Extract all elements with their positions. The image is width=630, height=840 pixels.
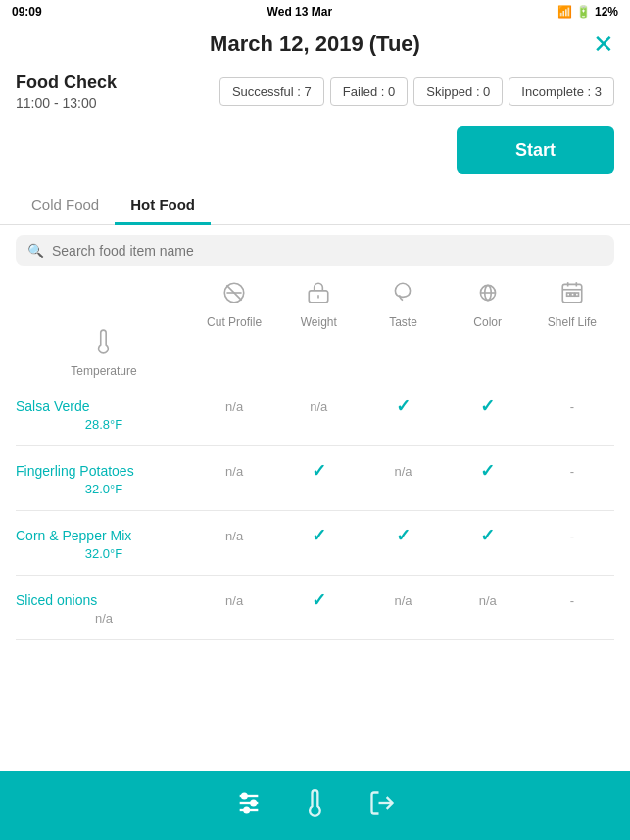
weight-icon — [306, 280, 331, 311]
cell-shelf: - — [530, 593, 614, 608]
status-right: 📶 🔋 12% — [557, 5, 618, 19]
cell-shelf: - — [530, 529, 614, 543]
nav-logout-icon[interactable] — [368, 789, 396, 822]
food-name-sliced-onions[interactable]: Sliced onions — [16, 591, 192, 609]
svg-point-20 — [244, 808, 249, 813]
food-rows: Salsa Verde n/a n/a ✓ ✓ - 28.8°F Fingerl… — [0, 382, 630, 640]
cell-weight: ✓ — [276, 525, 361, 546]
cell-color: n/a — [446, 593, 530, 608]
svg-point-18 — [251, 801, 256, 806]
nav-temperature-icon[interactable] — [302, 789, 329, 822]
badge-skipped: Skipped : 0 — [413, 77, 503, 106]
svg-rect-12 — [566, 293, 569, 296]
cell-taste: n/a — [361, 593, 445, 608]
status-date: Wed 13 Mar — [267, 5, 332, 19]
cell-temp: 28.8°F — [16, 417, 192, 432]
col-weight: Weight — [276, 280, 361, 329]
page-title: March 12, 2019 (Tue) — [210, 31, 420, 57]
color-icon — [475, 280, 501, 311]
column-headers: Cut Profile Weight Taste C — [0, 276, 630, 382]
col-color-label: Color — [473, 315, 502, 329]
cell-shelf: - — [530, 464, 614, 479]
tab-hot-food[interactable]: Hot Food — [115, 186, 211, 225]
col-shelf-life-label: Shelf Life — [548, 315, 597, 329]
svg-point-16 — [242, 794, 247, 799]
nav-filters-icon[interactable] — [235, 789, 263, 822]
badge-failed: Failed : 0 — [330, 77, 408, 106]
start-button[interactable]: Start — [457, 126, 614, 174]
food-check-title: Food Check — [16, 72, 117, 93]
temperature-col-icon — [91, 329, 117, 360]
battery-icon: 🔋 — [576, 5, 591, 19]
table-row: Sliced onions n/a ✓ n/a n/a - n/a — [16, 576, 614, 640]
badge-incomplete: Incomplete : 3 — [509, 77, 614, 106]
status-badges: Successful : 7 Failed : 0 Skipped : 0 In… — [219, 77, 614, 106]
col-shelf-life: Shelf Life — [530, 280, 614, 329]
cell-taste: ✓ — [361, 525, 445, 546]
cell-cut: n/a — [192, 593, 276, 608]
status-bar: 09:09 Wed 13 Mar 📶 🔋 12% — [0, 0, 630, 23]
bottom-nav — [0, 771, 630, 840]
svg-rect-14 — [575, 293, 578, 296]
svg-rect-13 — [571, 293, 574, 296]
col-weight-label: Weight — [301, 315, 337, 329]
food-check-section: Food Check 11:00 - 13:00 Successful : 7 … — [0, 65, 630, 118]
food-name-fingerling[interactable]: Fingerling Potatoes — [16, 462, 192, 480]
header: March 12, 2019 (Tue) ✕ — [0, 23, 630, 65]
close-button[interactable]: ✕ — [593, 31, 614, 57]
cell-cut: n/a — [192, 464, 276, 479]
status-time: 09:09 — [12, 5, 42, 19]
cell-shelf: - — [530, 399, 614, 414]
taste-icon — [390, 280, 415, 311]
food-name-corn-pepper[interactable]: Corn & Pepper Mix — [16, 527, 192, 544]
cell-taste: n/a — [361, 464, 445, 479]
cell-color: ✓ — [446, 396, 530, 417]
battery-level: 12% — [595, 5, 618, 19]
search-icon: 🔍 — [27, 243, 44, 258]
cell-weight: ✓ — [276, 460, 361, 482]
food-name-salsa-verde[interactable]: Salsa Verde — [16, 397, 192, 415]
tabs: Cold Food Hot Food — [0, 186, 630, 225]
col-temperature-label: Temperature — [71, 364, 136, 378]
wifi-icon: 📶 — [557, 5, 572, 19]
col-temperature: Temperature — [16, 329, 192, 378]
cell-cut: n/a — [192, 399, 276, 414]
col-cut-profile-label: Cut Profile — [207, 315, 262, 329]
start-btn-row: Start — [0, 118, 630, 182]
tab-cold-food[interactable]: Cold Food — [16, 186, 115, 225]
col-cut-profile: Cut Profile — [192, 280, 276, 329]
col-taste-label: Taste — [389, 315, 417, 329]
col-taste: Taste — [361, 280, 445, 329]
cell-temp: 32.0°F — [16, 482, 192, 496]
table-row: Fingerling Potatoes n/a ✓ n/a ✓ - 32.0°F — [16, 446, 614, 511]
cell-temp: n/a — [16, 611, 192, 626]
col-color: Color — [446, 280, 530, 329]
cell-temp: 32.0°F — [16, 546, 192, 561]
cell-weight: n/a — [276, 399, 361, 414]
cell-color: ✓ — [446, 525, 530, 546]
shelf-life-icon — [559, 280, 585, 311]
food-check-time: 11:00 - 13:00 — [16, 95, 117, 111]
badge-successful: Successful : 7 — [219, 77, 324, 106]
cell-taste: ✓ — [361, 396, 445, 417]
table-row: Salsa Verde n/a n/a ✓ ✓ - 28.8°F — [16, 382, 614, 446]
cell-color: ✓ — [446, 460, 530, 482]
search-bar: 🔍 — [16, 235, 614, 266]
table-row: Corn & Pepper Mix n/a ✓ ✓ ✓ - 32.0°F — [16, 511, 614, 576]
cell-weight: ✓ — [276, 589, 361, 611]
food-check-info: Food Check 11:00 - 13:00 — [16, 72, 117, 111]
cut-profile-icon — [221, 280, 247, 311]
cell-cut: n/a — [192, 529, 276, 543]
search-input[interactable] — [52, 243, 603, 258]
